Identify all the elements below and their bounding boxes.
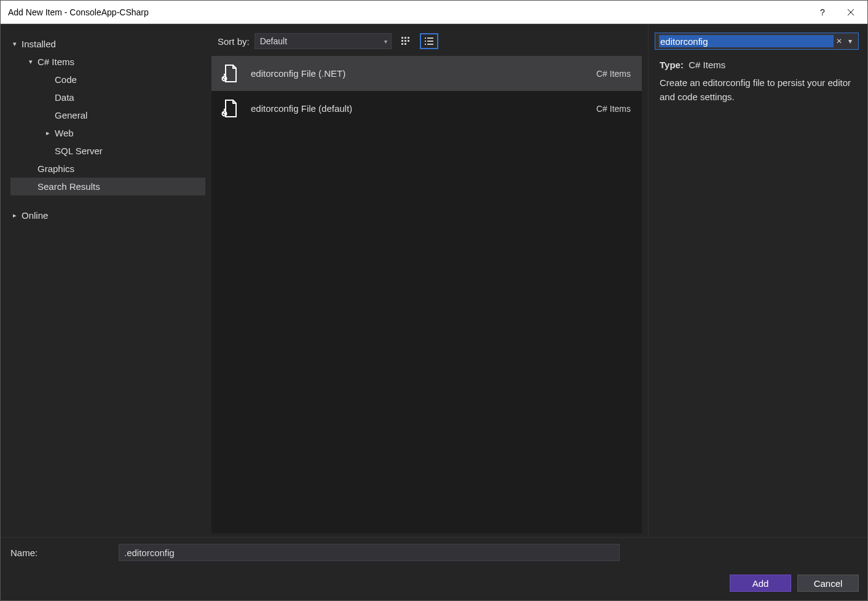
- name-row: Name:: [9, 544, 859, 561]
- help-button[interactable]: ?: [808, 1, 837, 23]
- sort-by-select[interactable]: Default ▾: [254, 33, 392, 49]
- tree-item-installed[interactable]: ▾Installed: [10, 35, 205, 53]
- svg-rect-6: [401, 43, 403, 45]
- detail-description: Create an editorconfig file to persist y…: [660, 76, 856, 104]
- category-tree: ▾Installed▾C# ItemsCodeDataGeneral▸WebSQ…: [1, 24, 211, 537]
- tree-item-web[interactable]: ▸Web: [10, 124, 205, 142]
- close-icon: [847, 9, 854, 16]
- svg-rect-12: [425, 44, 426, 45]
- sort-by-value: Default: [260, 36, 287, 46]
- list-icon: [424, 36, 434, 46]
- detail-type-row: Type: C# Items: [660, 60, 856, 70]
- template-category: C# Items: [596, 69, 631, 79]
- svg-rect-0: [401, 37, 403, 39]
- chevron-right-icon: ▸: [10, 211, 19, 219]
- view-list-button[interactable]: [420, 33, 438, 49]
- tree-item-c-items[interactable]: ▾C# Items: [10, 53, 205, 71]
- chevron-down-icon: ▾: [10, 40, 19, 48]
- svg-rect-9: [427, 37, 433, 39]
- svg-rect-7: [404, 43, 406, 45]
- toolbar: Sort by: Default ▾: [211, 24, 648, 53]
- tree-item-label: Online: [22, 210, 48, 221]
- search-options-dropdown[interactable]: ▾: [845, 37, 856, 45]
- svg-rect-3: [401, 40, 403, 42]
- search-input[interactable]: [659, 35, 834, 47]
- svg-rect-8: [425, 37, 426, 39]
- editorconfig-file-icon: [218, 63, 240, 85]
- name-label: Name:: [9, 548, 108, 558]
- footer: Name: Add Cancel: [1, 537, 867, 600]
- tree-item-label: Graphics: [37, 163, 74, 174]
- tree-item-label: C# Items: [37, 57, 74, 67]
- clear-search-button[interactable]: ✕: [834, 37, 845, 45]
- cancel-button[interactable]: Cancel: [797, 575, 859, 592]
- add-new-item-dialog: Add New Item - ConsoleApp-CSharp ? ▾Inst…: [0, 0, 868, 601]
- tree-item-label: Code: [55, 74, 77, 85]
- template-category: C# Items: [596, 104, 631, 114]
- template-name: editorconfig File (.NET): [251, 68, 596, 79]
- grid-icon: [401, 36, 411, 46]
- chevron-right-icon: ▸: [44, 129, 52, 137]
- window-title: Add New Item - ConsoleApp-CSharp: [8, 7, 808, 17]
- svg-rect-1: [404, 37, 406, 39]
- button-row: Add Cancel: [9, 575, 859, 592]
- main-panel: Sort by: Default ▾: [211, 24, 648, 537]
- svg-rect-10: [425, 41, 426, 42]
- dialog-body: ▾Installed▾C# ItemsCodeDataGeneral▸WebSQ…: [1, 24, 867, 537]
- search-box[interactable]: ✕ ▾: [655, 33, 859, 50]
- tree-item-code[interactable]: Code: [10, 71, 205, 88]
- titlebar: Add New Item - ConsoleApp-CSharp ?: [1, 1, 867, 24]
- tree-item-graphics[interactable]: Graphics: [10, 160, 205, 178]
- tree-item-label: Web: [55, 128, 74, 138]
- chevron-down-icon: ▾: [384, 38, 387, 45]
- detail-type-label: Type:: [660, 60, 684, 70]
- template-name: editorconfig File (default): [251, 103, 596, 114]
- tree-item-label: SQL Server: [55, 146, 103, 156]
- tree-item-online[interactable]: ▸Online: [10, 206, 205, 224]
- close-button[interactable]: [837, 1, 865, 23]
- template-item[interactable]: editorconfig File (.NET)C# Items: [211, 56, 642, 91]
- editorconfig-file-icon: [218, 98, 240, 120]
- chevron-down-icon: ▾: [26, 58, 35, 66]
- tree-item-general[interactable]: General: [10, 106, 205, 124]
- tree-item-label: General: [55, 110, 87, 120]
- detail-type-value: C# Items: [688, 60, 725, 70]
- tree-item-sql-server[interactable]: SQL Server: [10, 142, 205, 160]
- tree-item-search-results[interactable]: Search Results: [10, 178, 205, 195]
- tree-item-label: Search Results: [37, 181, 100, 192]
- tree-item-data[interactable]: Data: [10, 88, 205, 106]
- details-panel: ✕ ▾ Type: C# Items Create an editorconfi…: [648, 24, 867, 537]
- svg-rect-4: [404, 40, 406, 42]
- template-list: editorconfig File (.NET)C# Itemseditorco…: [211, 56, 642, 533]
- name-input[interactable]: [119, 544, 620, 561]
- svg-rect-13: [427, 44, 433, 45]
- svg-rect-2: [408, 37, 409, 39]
- template-item[interactable]: editorconfig File (default)C# Items: [211, 91, 642, 126]
- svg-rect-11: [427, 41, 433, 42]
- view-grid-button[interactable]: [397, 33, 415, 49]
- svg-rect-5: [408, 40, 409, 42]
- add-button[interactable]: Add: [730, 575, 791, 592]
- sort-by-label: Sort by:: [218, 36, 250, 47]
- tree-item-label: Data: [55, 92, 74, 103]
- tree-item-label: Installed: [22, 39, 56, 49]
